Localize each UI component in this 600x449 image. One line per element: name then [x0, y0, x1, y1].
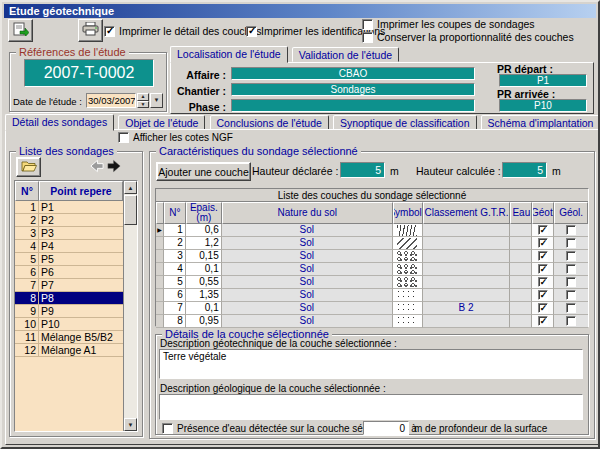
- table-row[interactable]: 50,55Sol: [156, 276, 588, 289]
- cell-eau: [510, 250, 532, 263]
- date-value: 30/03/2007: [88, 95, 136, 106]
- list-item[interactable]: 9P9: [15, 305, 123, 318]
- list-item[interactable]: 2P2: [15, 214, 123, 227]
- col-epais: Epais.(m): [186, 202, 222, 224]
- sondage-number: 2: [15, 214, 39, 226]
- tab-validation[interactable]: Validation de l'étude: [292, 47, 399, 62]
- hauteur-declaree-label: Hauteur déclarée :: [252, 165, 338, 177]
- geot-checkbox[interactable]: [538, 303, 548, 313]
- sondages-group-title: Liste des sondages: [16, 145, 117, 157]
- col-geol: Géol.: [554, 202, 588, 224]
- cell-classement: [423, 289, 511, 302]
- cell-geot: [532, 263, 554, 276]
- sondage-number: 6: [15, 266, 39, 278]
- geol-checkbox[interactable]: [566, 277, 576, 287]
- geot-checkbox[interactable]: [538, 225, 548, 235]
- cell-n: 5: [164, 276, 186, 289]
- open-file-button[interactable]: [16, 157, 41, 177]
- cell-classement: [423, 250, 511, 263]
- date-spinner[interactable]: ▲ ▼: [137, 93, 149, 108]
- exit-button[interactable]: [8, 19, 33, 42]
- cell-eau: [510, 224, 532, 237]
- table-row[interactable]: 21,2Sol: [156, 237, 588, 250]
- table-row[interactable]: ▶10,6Sol: [156, 224, 588, 237]
- list-item[interactable]: 12Mélange A1: [15, 344, 123, 357]
- checkbox-label: Imprimer le détail des couches: [119, 25, 261, 37]
- prev-sondage-button[interactable]: [89, 159, 104, 175]
- spinner-down-icon[interactable]: ▼: [137, 101, 149, 109]
- cell-symbole: [393, 315, 423, 328]
- tab-schema-d-implantation[interactable]: Schéma d'implantation: [481, 115, 600, 130]
- list-item[interactable]: 4P4: [15, 240, 123, 253]
- geol-checkbox[interactable]: [566, 290, 576, 300]
- list-item[interactable]: 7P7: [15, 279, 123, 292]
- next-sondage-button[interactable]: [107, 159, 122, 175]
- geot-checkbox[interactable]: [538, 238, 548, 248]
- hauteur-calculee-value: 5: [537, 164, 543, 176]
- ngf-checkbox[interactable]: Afficher les cotes NGF: [118, 132, 233, 143]
- list-item[interactable]: 8P8: [15, 292, 123, 305]
- geol-description-label: Description géologique de la couche séle…: [160, 383, 386, 394]
- geot-checkbox[interactable]: [538, 264, 548, 274]
- geot-checkbox[interactable]: [538, 290, 548, 300]
- date-dropdown-button[interactable]: ▼: [150, 93, 163, 108]
- geotech-description-input[interactable]: Terre végétale: [159, 349, 583, 379]
- tab-localisation[interactable]: Localisation de l'étude: [170, 46, 288, 63]
- geot-checkbox[interactable]: [538, 316, 548, 326]
- scrollbar-thumb[interactable]: [124, 195, 137, 225]
- list-item[interactable]: 5P5: [15, 253, 123, 266]
- sondage-point: P4: [39, 240, 123, 252]
- print-cross-sections-checkbox[interactable]: Imprimer les coupes de sondages: [362, 18, 535, 30]
- sondages-scrollbar[interactable]: ▲ ▼: [123, 181, 137, 431]
- geol-checkbox[interactable]: [566, 316, 576, 326]
- geotech-description-value: Terre végétale: [163, 351, 226, 362]
- titlebar[interactable]: Etude géotechnique: [4, 4, 596, 18]
- list-item[interactable]: 6P6: [15, 266, 123, 279]
- water-depth-input[interactable]: 0: [363, 421, 409, 435]
- geot-checkbox[interactable]: [538, 251, 548, 261]
- diagonal-pattern-icon: [397, 238, 417, 249]
- print-layer-detail-checkbox[interactable]: Imprimer le détail des couches: [104, 25, 261, 37]
- geol-checkbox[interactable]: [566, 251, 576, 261]
- tab-conclusions-de-l-etude[interactable]: Conclusions de l'étude: [210, 115, 329, 130]
- table-row[interactable]: 80,95Sol: [156, 315, 588, 328]
- cell-geol: [554, 237, 588, 250]
- sondage-point: P5: [39, 253, 123, 265]
- table-row[interactable]: 61,35Sol: [156, 289, 588, 302]
- tab-synoptique-de-classification[interactable]: Synoptique de classification: [333, 115, 477, 130]
- scroll-up-icon[interactable]: ▲: [124, 181, 137, 194]
- tab-objet-de-l-etude[interactable]: Objet de l'étude: [118, 115, 205, 130]
- list-item[interactable]: 1P1: [15, 201, 123, 214]
- geol-checkbox[interactable]: [566, 303, 576, 313]
- table-row[interactable]: 70,1SolB 2: [156, 302, 588, 315]
- geol-description-input[interactable]: [159, 394, 583, 420]
- cell-nature: Sol: [222, 224, 393, 237]
- cell-eau: [510, 276, 532, 289]
- col-geot: Géot.: [532, 202, 554, 224]
- sondages-header: N° Point repere: [15, 181, 137, 201]
- list-item[interactable]: 10P10: [15, 318, 123, 331]
- table-row[interactable]: 40,1Sol: [156, 263, 588, 276]
- references-group-title: Références de l'étude: [16, 46, 129, 58]
- geol-checkbox[interactable]: [566, 238, 576, 248]
- pr-depart-field: P1: [499, 74, 587, 87]
- table-row[interactable]: 30,15Sol: [156, 250, 588, 263]
- print-button[interactable]: [78, 19, 103, 42]
- keep-proportionality-checkbox[interactable]: Conserver la proportionnalité des couche…: [362, 31, 574, 43]
- cell-n: 7: [164, 302, 186, 315]
- spinner-up-icon[interactable]: ▲: [137, 93, 149, 101]
- phase-label: Phase :: [171, 101, 226, 113]
- scroll-down-icon[interactable]: ▼: [124, 418, 137, 431]
- cell-geol: [554, 224, 588, 237]
- geol-checkbox[interactable]: [566, 225, 576, 235]
- row-selector: [156, 263, 164, 276]
- tab-detail-des-sondages[interactable]: Détail des sondages: [5, 114, 114, 131]
- list-item[interactable]: 11Mélange B5/B2: [15, 331, 123, 344]
- list-item[interactable]: 3P3: [15, 227, 123, 240]
- cell-symbole: [393, 276, 423, 289]
- printer-icon: [82, 22, 99, 39]
- geol-checkbox[interactable]: [566, 264, 576, 274]
- geot-checkbox[interactable]: [538, 277, 548, 287]
- add-layer-button[interactable]: Ajouter une couche: [156, 162, 251, 181]
- date-input[interactable]: 30/03/2007: [86, 93, 136, 108]
